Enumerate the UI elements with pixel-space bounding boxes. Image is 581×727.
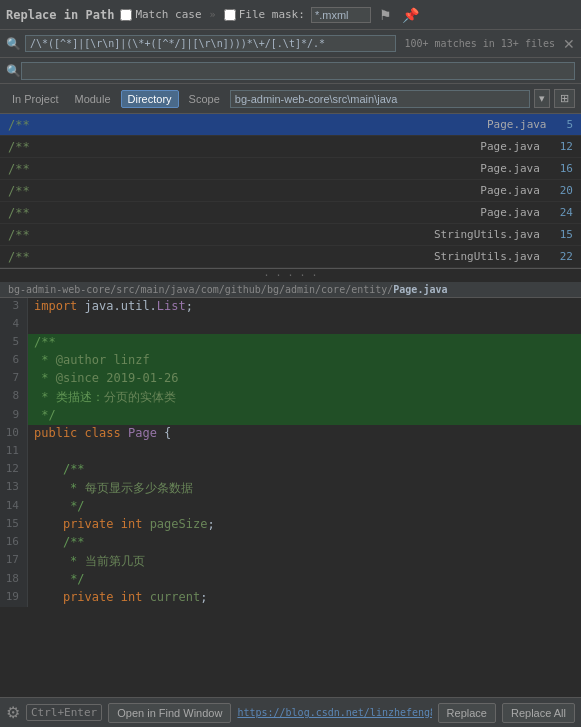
code-line: 7 * @since 2019-01-26 [0, 370, 581, 388]
open-find-window-button[interactable]: Open in Find Window [108, 703, 231, 723]
result-comment: /** [8, 162, 30, 176]
line-content[interactable]: private int pageSize; [28, 516, 581, 534]
pin-button[interactable]: 📌 [400, 8, 421, 22]
close-search-button[interactable]: ✕ [563, 36, 575, 52]
result-item[interactable]: /** Page.java 24 [0, 202, 581, 224]
replace-icon: 🔍 [6, 64, 21, 78]
scope-directory-btn[interactable]: Directory [121, 90, 179, 108]
result-lineno: 15 [560, 228, 573, 241]
shortcut-hint: Ctrl+Enter [26, 704, 102, 721]
replace-button[interactable]: Replace [438, 703, 496, 723]
code-line: 3import java.util.List; [0, 298, 581, 316]
code-area[interactable]: 3import java.util.List;45/**6 * @author … [0, 298, 581, 697]
line-number: 13 [0, 479, 28, 498]
code-line: 5/** [0, 334, 581, 352]
code-line: 15 private int pageSize; [0, 516, 581, 534]
replace-input[interactable] [21, 62, 575, 80]
result-comment: /** [8, 140, 30, 154]
line-content[interactable]: * @since 2019-01-26 [28, 370, 581, 388]
breadcrumb-filename: Page.java [393, 284, 447, 295]
path-breadcrumb: bg-admin-web-core/src/main/java/com/gith… [0, 282, 581, 298]
line-number: 10 [0, 425, 28, 443]
file-mask-checkbox-label[interactable]: File mask: [224, 8, 305, 21]
results-separator: · · · · · [0, 269, 581, 282]
result-item[interactable]: /** Page.java 12 [0, 136, 581, 158]
code-line: 13 * 每页显示多少条数据 [0, 479, 581, 498]
sep1: » [210, 9, 216, 20]
line-number: 18 [0, 571, 28, 589]
scope-extra-btn[interactable]: ⊞ [554, 89, 575, 108]
regex-display[interactable]: /\*([^*]|[\r\n]|(\*+([^*/]|[\r\n])))*\+/… [25, 35, 396, 52]
result-filename: Page.java [480, 184, 540, 197]
result-filename: StringUtils.java [434, 250, 540, 263]
line-content[interactable]: /** [28, 534, 581, 552]
result-lineno: 24 [560, 206, 573, 219]
search-icon: 🔍 [6, 37, 21, 51]
replace-row: 🔍 [0, 58, 581, 84]
code-line: 6 * @author linzf [0, 352, 581, 370]
gear-button[interactable]: ⚙ [6, 703, 20, 722]
line-number: 9 [0, 407, 28, 425]
line-number: 14 [0, 498, 28, 516]
line-number: 4 [0, 316, 28, 334]
file-mask-input[interactable] [311, 7, 371, 23]
bottom-bar: ⚙ Ctrl+Enter Open in Find Window https:/… [0, 697, 581, 727]
scope-module-btn[interactable]: Module [68, 91, 116, 107]
line-number: 3 [0, 298, 28, 316]
line-content[interactable]: */ [28, 498, 581, 516]
file-mask-checkbox[interactable] [224, 9, 236, 21]
line-number: 7 [0, 370, 28, 388]
line-content[interactable]: public class Page { [28, 425, 581, 443]
line-content[interactable]: * @author linzf [28, 352, 581, 370]
scope-scope-btn[interactable]: Scope [183, 91, 226, 107]
result-lineno: 22 [560, 250, 573, 263]
result-item[interactable]: /** Page.java 20 [0, 180, 581, 202]
result-comment: /** [8, 250, 30, 264]
breadcrumb-path: bg-admin-web-core/src/main/java/com/gith… [8, 284, 393, 295]
line-number: 19 [0, 589, 28, 607]
line-content[interactable]: * 类描述：分页的实体类 [28, 388, 581, 407]
line-number: 12 [0, 461, 28, 479]
code-line: 14 */ [0, 498, 581, 516]
scope-path-input[interactable] [230, 90, 530, 108]
filter-button[interactable]: ⚑ [377, 8, 394, 22]
result-filename: Page.java [487, 118, 547, 131]
result-filename: Page.java [480, 206, 540, 219]
line-content[interactable] [28, 316, 581, 334]
result-comment: /** [8, 206, 30, 220]
result-comment: /** [8, 118, 30, 132]
result-item[interactable]: /** Page.java 5 [0, 114, 581, 136]
line-number: 5 [0, 334, 28, 352]
code-line: 16 /** [0, 534, 581, 552]
line-content[interactable] [28, 443, 581, 461]
line-content[interactable]: /** [28, 461, 581, 479]
scope-row: In Project Module Directory Scope ▾ ⊞ [0, 84, 581, 114]
result-item[interactable]: /** StringUtils.java 15 [0, 224, 581, 246]
result-comment: /** [8, 228, 30, 242]
scope-dropdown-btn[interactable]: ▾ [534, 89, 550, 108]
result-lineno: 12 [560, 140, 573, 153]
scope-in-project-btn[interactable]: In Project [6, 91, 64, 107]
result-item[interactable]: /** StringUtils.java 22 [0, 246, 581, 268]
results-section: /** Page.java 5 /** Page.java 12 /** Pag… [0, 114, 581, 282]
match-case-checkbox[interactable] [120, 9, 132, 21]
line-content[interactable]: * 当前第几页 [28, 552, 581, 571]
results-list: /** Page.java 5 /** Page.java 12 /** Pag… [0, 114, 581, 269]
code-line: 17 * 当前第几页 [0, 552, 581, 571]
line-number: 15 [0, 516, 28, 534]
code-line: 4 [0, 316, 581, 334]
replace-all-button[interactable]: Replace All [502, 703, 575, 723]
line-content[interactable]: /** [28, 334, 581, 352]
line-number: 16 [0, 534, 28, 552]
match-case-label[interactable]: Match case [120, 8, 201, 21]
line-content[interactable]: */ [28, 407, 581, 425]
line-content[interactable]: */ [28, 571, 581, 589]
bottom-url[interactable]: https://blog.csdn.net/linzhefeng89 [237, 707, 431, 718]
toolbar-title: Replace in Path [6, 8, 114, 22]
line-content[interactable]: private int current; [28, 589, 581, 607]
line-content[interactable]: import java.util.List; [28, 298, 581, 316]
line-number: 8 [0, 388, 28, 407]
result-filename: Page.java [480, 162, 540, 175]
line-content[interactable]: * 每页显示多少条数据 [28, 479, 581, 498]
result-item[interactable]: /** Page.java 16 [0, 158, 581, 180]
